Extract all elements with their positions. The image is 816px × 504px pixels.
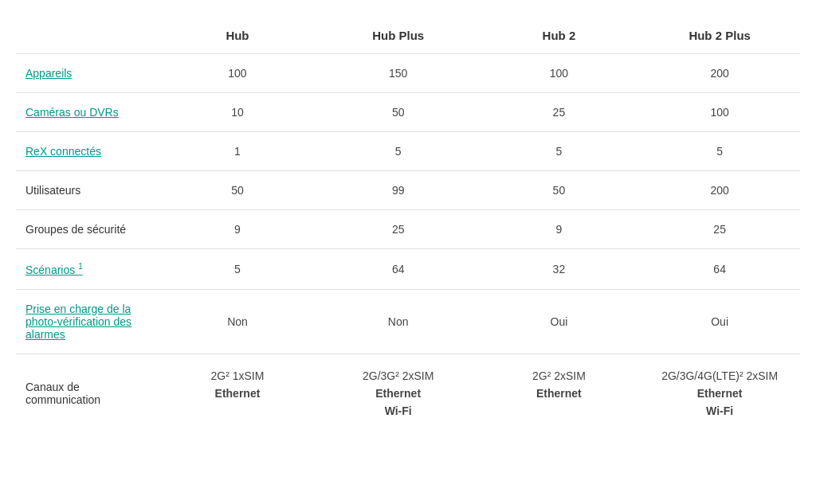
hub2-canaux-content: 2G² 2xSIM Ethernet: [488, 367, 630, 403]
hub-cell-photo-verification: Non: [157, 289, 318, 354]
hub2-cell-cameras: 25: [479, 93, 640, 132]
hub2-plus-cell-appareils: 200: [639, 54, 800, 93]
hub-cell-groupes: 9: [157, 210, 318, 249]
hub-plus-canaux-content: 2G/3G² 2xSIM Ethernet Wi-Fi: [328, 367, 469, 420]
appareils-link[interactable]: Appareils: [26, 67, 72, 80]
hub-canaux-line1: 2G² 1xSIM: [167, 367, 308, 385]
hub-plus-cell-utilisateurs: 99: [318, 171, 479, 210]
hub2-plus-cell-rex: 5: [639, 132, 800, 171]
comparison-table: Hub Hub Plus Hub 2 Hub 2 Plus Appareils …: [16, 16, 800, 433]
hub-plus-cell-photo-verification: Non: [318, 289, 479, 354]
feature-cell-groupes: Groupes de sécurité: [16, 210, 157, 249]
hub-canaux-content: 2G² 1xSIM Ethernet: [167, 367, 308, 403]
hub-plus-canaux-line1: 2G/3G² 2xSIM: [328, 367, 469, 385]
hub2-cell-photo-verification: Oui: [479, 289, 640, 354]
hub-column-header: Hub: [157, 16, 318, 54]
hub2-canaux-line2: Ethernet: [488, 385, 630, 402]
hub2-cell-utilisateurs: 50: [479, 171, 640, 210]
feature-cell-utilisateurs: Utilisateurs: [16, 171, 157, 210]
table-row: Prise en charge de la photo-vérification…: [16, 289, 800, 354]
groupes-label: Groupes de sécurité: [26, 223, 126, 236]
feature-cell-photo-verification: Prise en charge de la photo-vérification…: [16, 289, 157, 354]
hub-plus-cell-cameras: 50: [318, 93, 479, 132]
hub2-plus-cell-utilisateurs: 200: [639, 171, 800, 210]
hub2-cell-scenarios: 32: [479, 249, 640, 290]
scenarios-link[interactable]: Scénarios 1: [26, 264, 83, 276]
feature-cell-rex: ReX connectés: [16, 132, 157, 171]
hub2-plus-column-header: Hub 2 Plus: [639, 16, 800, 54]
hub2-plus-cell-photo-verification: Oui: [639, 289, 800, 354]
table-row: Appareils 100 150 100 200: [16, 54, 800, 93]
table-row: Scénarios 1 5 64 32 64: [16, 249, 800, 290]
hub-cell-rex: 1: [157, 132, 318, 171]
feature-cell-appareils: Appareils: [16, 54, 157, 93]
hub2-column-header: Hub 2: [479, 16, 640, 54]
hub2-cell-appareils: 100: [479, 54, 640, 93]
hub-plus-cell-appareils: 150: [318, 54, 479, 93]
hub-plus-canaux-line2: Ethernet: [328, 385, 469, 402]
hub-cell-cameras: 10: [157, 93, 318, 132]
rex-link[interactable]: ReX connectés: [26, 145, 101, 158]
canaux-label: Canaux de communication: [26, 381, 100, 406]
hub2-plus-canaux-line1: 2G/3G/4G(LTE)² 2xSIM: [649, 367, 790, 385]
hub-canaux-line2: Ethernet: [167, 385, 308, 402]
hub2-canaux-line1: 2G² 2xSIM: [488, 367, 630, 385]
cameras-link[interactable]: Caméras ou DVRs: [26, 106, 119, 119]
table-row: Canaux de communication 2G² 1xSIM Ethern…: [16, 354, 800, 433]
scenarios-superscript: 1: [78, 262, 83, 271]
utilisateurs-label: Utilisateurs: [26, 184, 80, 197]
hub2-plus-cell-cameras: 100: [639, 93, 800, 132]
hub2-plus-cell-canaux: 2G/3G/4G(LTE)² 2xSIM Ethernet Wi-Fi: [639, 354, 800, 433]
table-row: Utilisateurs 50 99 50 200: [16, 171, 800, 210]
hub2-cell-rex: 5: [479, 132, 640, 171]
hub2-cell-groupes: 9: [479, 210, 640, 249]
hub-cell-canaux: 2G² 1xSIM Ethernet: [157, 354, 318, 433]
hub-plus-cell-groupes: 25: [318, 210, 479, 249]
feature-cell-cameras: Caméras ou DVRs: [16, 93, 157, 132]
photo-verification-link[interactable]: Prise en charge de la photo-vérification…: [26, 303, 131, 341]
hub-plus-canaux-line3: Wi-Fi: [328, 402, 469, 420]
hub2-plus-canaux-line3: Wi-Fi: [649, 402, 790, 420]
hub-cell-scenarios: 5: [157, 249, 318, 290]
table-row: Caméras ou DVRs 10 50 25 100: [16, 93, 800, 132]
feature-column-header: [16, 16, 157, 54]
feature-cell-scenarios: Scénarios 1: [16, 249, 157, 290]
hub-plus-column-header: Hub Plus: [318, 16, 479, 54]
hub2-plus-canaux-line2: Ethernet: [649, 385, 790, 402]
hub-cell-utilisateurs: 50: [157, 171, 318, 210]
hub2-plus-canaux-content: 2G/3G/4G(LTE)² 2xSIM Ethernet Wi-Fi: [649, 367, 790, 420]
hub2-plus-cell-groupes: 25: [639, 210, 800, 249]
table-row: ReX connectés 1 5 5 5: [16, 132, 800, 171]
feature-cell-canaux: Canaux de communication: [16, 354, 157, 433]
hub-plus-cell-rex: 5: [318, 132, 479, 171]
hub-plus-cell-scenarios: 64: [318, 249, 479, 290]
hub-plus-cell-canaux: 2G/3G² 2xSIM Ethernet Wi-Fi: [318, 354, 479, 433]
hub-cell-appareils: 100: [157, 54, 318, 93]
hub2-plus-cell-scenarios: 64: [639, 249, 800, 290]
hub2-cell-canaux: 2G² 2xSIM Ethernet: [479, 354, 640, 433]
table-row: Groupes de sécurité 9 25 9 25: [16, 210, 800, 249]
